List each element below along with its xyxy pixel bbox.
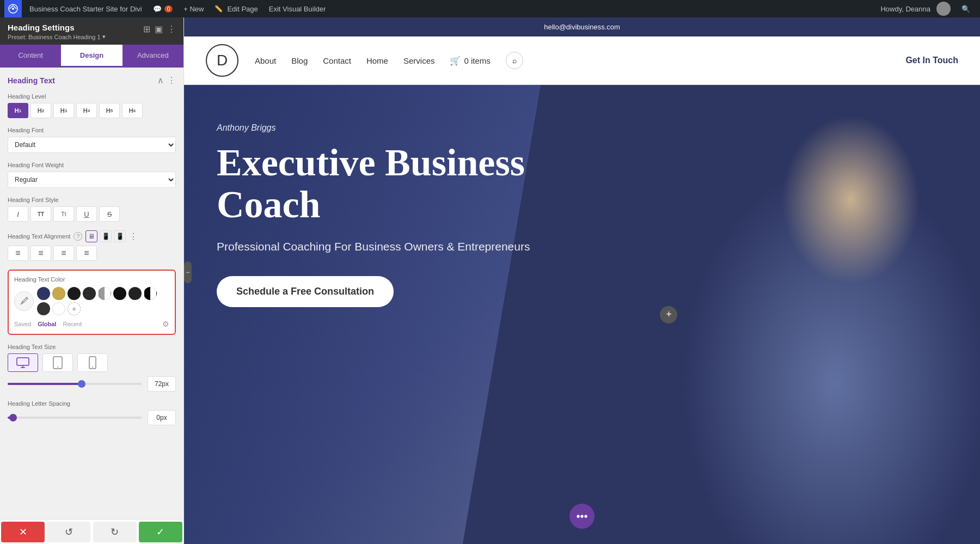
- admin-howdy[interactable]: Howdy, Deanna: [875, 0, 956, 17]
- cancel-button[interactable]: ✕: [1, 522, 45, 542]
- heading-text-color-section: Heading Text Color: [8, 270, 176, 335]
- tab-content[interactable]: Content: [0, 45, 61, 68]
- floating-action-button[interactable]: •••: [569, 504, 595, 529]
- color-swatch-3[interactable]: [83, 287, 96, 300]
- admin-new-button[interactable]: + New: [178, 0, 209, 17]
- align-left-button[interactable]: ≡: [8, 246, 28, 261]
- color-eyedropper-icon[interactable]: [14, 291, 34, 311]
- panel-layout-icon[interactable]: ▣: [155, 24, 163, 34]
- color-tab-saved[interactable]: Saved: [14, 321, 31, 327]
- heading-h1-button[interactable]: H1: [8, 103, 28, 118]
- save-button[interactable]: ✓: [139, 522, 182, 542]
- nav-link-about[interactable]: About: [255, 56, 276, 65]
- text-size-value[interactable]: 72px: [148, 376, 176, 392]
- responsive-tablet-icon[interactable]: 📱: [100, 230, 112, 242]
- text-size-tablet-icon[interactable]: [42, 353, 73, 372]
- heading-h4-button[interactable]: H4: [76, 103, 97, 118]
- admin-exit-visual-builder[interactable]: Exit Visual Builder: [264, 0, 332, 17]
- color-swatch-5[interactable]: [113, 287, 126, 300]
- redo-button[interactable]: ↻: [93, 522, 137, 542]
- nav-link-blog[interactable]: Blog: [291, 56, 308, 65]
- site-search-button[interactable]: ⌕: [506, 52, 523, 69]
- letter-spacing-value[interactable]: 0px: [148, 410, 176, 425]
- color-swatch-1[interactable]: [52, 287, 65, 300]
- admin-edit-page[interactable]: ✏️ Edit Page: [209, 0, 263, 17]
- admin-site-name[interactable]: Business Coach Starter Site for Divi: [24, 0, 148, 17]
- panel-more-icon[interactable]: ⋮: [167, 24, 176, 34]
- hero-author: Anthony Briggs: [217, 123, 532, 133]
- heading-font-select[interactable]: Default: [8, 137, 176, 153]
- heading-font-weight-select[interactable]: Regular: [8, 172, 176, 188]
- color-tab-global[interactable]: Global: [38, 321, 56, 327]
- alignment-options-icon[interactable]: ⋮: [129, 231, 138, 242]
- site-logo[interactable]: D: [206, 44, 238, 77]
- font-style-capitalize-button[interactable]: Tt: [53, 206, 74, 222]
- heading-font-style-label: Heading Font Style: [8, 197, 176, 203]
- font-style-underline-button[interactable]: U: [76, 206, 97, 222]
- heading-font-style-row: Heading Font Style I TT Tt U S: [8, 197, 176, 222]
- hero-cta-button[interactable]: Schedule a Free Consultation: [217, 276, 394, 307]
- wp-logo-icon[interactable]: [4, 0, 22, 17]
- svg-point-2: [27, 298, 28, 299]
- color-picker-row: +: [14, 287, 169, 315]
- add-color-button[interactable]: +: [68, 302, 81, 315]
- settings-panel: Heading Settings Preset: Business Coach …: [0, 17, 184, 544]
- text-size-slider-track[interactable]: [8, 383, 142, 385]
- font-style-strikethrough-button[interactable]: S: [99, 206, 120, 222]
- color-tabs: Saved Global Recent ⚙: [14, 320, 169, 328]
- responsive-desktop-icon[interactable]: 🖥: [85, 230, 97, 242]
- heading-level-row: Heading Level H1 H2 H3 H4 H5 H6: [8, 93, 176, 118]
- heading-letter-spacing-label: Heading Letter Spacing: [8, 400, 176, 407]
- nav-link-contact[interactable]: Contact: [323, 56, 351, 65]
- text-size-mobile-icon[interactable]: [77, 353, 108, 372]
- color-swatch-2[interactable]: [68, 287, 81, 300]
- color-swatch-8[interactable]: [37, 302, 50, 315]
- color-swatch-9[interactable]: [52, 302, 65, 315]
- text-size-desktop-icon[interactable]: [8, 353, 38, 372]
- font-style-buttons: I TT Tt U S: [8, 206, 176, 222]
- font-style-uppercase-button[interactable]: TT: [30, 206, 51, 222]
- panel-header: Heading Settings Preset: Business Coach …: [0, 17, 183, 45]
- font-style-italic-button[interactable]: I: [8, 206, 28, 222]
- heading-h6-button[interactable]: H6: [122, 103, 143, 118]
- letter-spacing-slider-row: 0px: [8, 410, 176, 425]
- cart-area[interactable]: 🛒 0 items: [450, 56, 490, 66]
- heading-h5-button[interactable]: H5: [99, 103, 120, 118]
- panel-fullscreen-icon[interactable]: ⊞: [143, 24, 150, 34]
- color-settings-icon[interactable]: ⚙: [162, 320, 169, 328]
- align-right-button[interactable]: ≡: [53, 246, 74, 261]
- nav-link-home[interactable]: Home: [366, 56, 388, 65]
- responsive-mobile-icon[interactable]: 📱: [114, 230, 126, 242]
- align-center-button[interactable]: ≡: [30, 246, 51, 261]
- heading-h2-button[interactable]: H2: [30, 103, 51, 118]
- heading-level-buttons: H1 H2 H3 H4 H5 H6: [8, 103, 176, 118]
- alignment-help-icon[interactable]: ?: [74, 232, 82, 241]
- color-swatches: +: [37, 287, 169, 315]
- color-tab-recent[interactable]: Recent: [63, 321, 82, 327]
- align-justify-button[interactable]: ≡: [76, 246, 97, 261]
- get-in-touch-link[interactable]: Get In Touch: [905, 56, 958, 65]
- panel-preset[interactable]: Preset: Business Coach Heading 1 ▾: [8, 33, 106, 40]
- comment-count-badge: 0: [164, 5, 173, 13]
- admin-search-button[interactable]: 🔍: [956, 0, 976, 17]
- admin-comments[interactable]: 💬 0: [148, 0, 179, 17]
- letter-spacing-slider-thumb[interactable]: [9, 414, 17, 421]
- panel-resize-handle[interactable]: ↔: [184, 261, 192, 283]
- color-swatch-6[interactable]: [128, 287, 142, 300]
- color-swatch-0[interactable]: [37, 287, 50, 300]
- text-size-slider-row: 72px: [8, 376, 176, 392]
- undo-button[interactable]: ↺: [47, 522, 90, 542]
- color-swatch-4[interactable]: [98, 287, 111, 300]
- site-email-link[interactable]: hello@divibusiness.com: [544, 23, 620, 31]
- text-size-slider-thumb[interactable]: [78, 380, 85, 388]
- add-element-button[interactable]: +: [660, 306, 677, 323]
- heading-h3-button[interactable]: H3: [53, 103, 74, 118]
- cart-count: 0 items: [464, 56, 490, 65]
- nav-link-services[interactable]: Services: [403, 56, 435, 65]
- svg-point-7: [57, 366, 58, 368]
- tab-design[interactable]: Design: [61, 45, 122, 68]
- letter-spacing-slider-track[interactable]: [8, 417, 142, 419]
- tab-advanced[interactable]: Advanced: [122, 45, 183, 68]
- color-swatch-7[interactable]: [144, 287, 157, 300]
- section-collapse-button[interactable]: ∧ ⋮: [157, 75, 176, 85]
